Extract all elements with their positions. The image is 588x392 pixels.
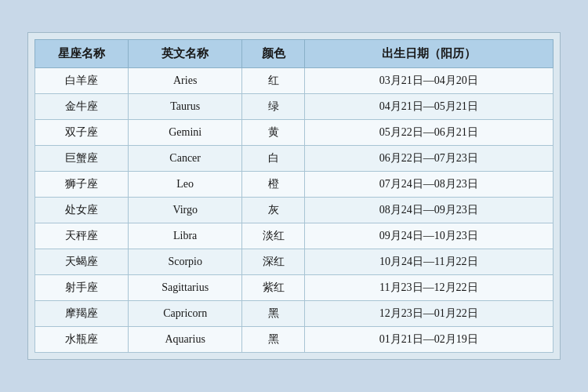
cell-date: 06月22日—07月23日	[304, 146, 553, 172]
table-row: 白羊座Aries红03月21日—04月20日	[35, 68, 554, 94]
cell-en: Libra	[128, 223, 241, 249]
cell-date: 07月24日—08月23日	[304, 172, 553, 198]
cell-en: Aries	[128, 68, 241, 94]
cell-zh: 双子座	[35, 120, 129, 146]
cell-date: 10月24日—11月22日	[304, 249, 553, 275]
table-row: 处女座Virgo灰08月24日—09月23日	[35, 198, 554, 223]
table-row: 狮子座Leo橙07月24日—08月23日	[35, 172, 554, 198]
header-en-name: 英文名称	[128, 40, 241, 68]
table-row: 金牛座Taurus绿04月21日—05月21日	[35, 94, 554, 120]
cell-date: 05月22日—06月21日	[304, 120, 553, 146]
cell-color: 紫红	[242, 275, 304, 301]
cell-zh: 处女座	[35, 198, 129, 223]
cell-en: Capricorn	[128, 301, 241, 327]
cell-color: 淡红	[242, 223, 304, 249]
cell-color: 黑	[242, 301, 304, 327]
cell-zh: 天蝎座	[35, 249, 129, 275]
header-zh-name: 星座名称	[35, 40, 129, 68]
cell-en: Virgo	[128, 198, 241, 223]
cell-en: Gemini	[128, 120, 241, 146]
cell-date: 11月23日—12月22日	[304, 275, 553, 301]
cell-en: Sagittarius	[128, 275, 241, 301]
cell-zh: 狮子座	[35, 172, 129, 198]
table-row: 水瓶座Aquarius黑01月21日—02月19日	[35, 327, 554, 353]
cell-zh: 摩羯座	[35, 301, 129, 327]
table-row: 摩羯座Capricorn黑12月23日—01月22日	[35, 301, 554, 327]
cell-zh: 射手座	[35, 275, 129, 301]
cell-color: 深红	[242, 249, 304, 275]
zodiac-table: 星座名称 英文名称 颜色 出生日期（阳历） 白羊座Aries红03月21日—04…	[34, 39, 554, 353]
table-row: 射手座Sagittarius紫红11月23日—12月22日	[35, 275, 554, 301]
table-header-row: 星座名称 英文名称 颜色 出生日期（阳历）	[35, 40, 554, 68]
cell-date: 01月21日—02月19日	[304, 327, 553, 353]
header-color: 颜色	[242, 40, 304, 68]
cell-color: 绿	[242, 94, 304, 120]
cell-zh: 巨蟹座	[35, 146, 129, 172]
cell-date: 08月24日—09月23日	[304, 198, 553, 223]
cell-color: 黄	[242, 120, 304, 146]
table-row: 天秤座Libra淡红09月24日—10月23日	[35, 223, 554, 249]
cell-color: 橙	[242, 172, 304, 198]
cell-zh: 金牛座	[35, 94, 129, 120]
cell-zh: 天秤座	[35, 223, 129, 249]
table-row: 巨蟹座Cancer白06月22日—07月23日	[35, 146, 554, 172]
table-row: 双子座Gemini黄05月22日—06月21日	[35, 120, 554, 146]
cell-date: 09月24日—10月23日	[304, 223, 553, 249]
cell-en: Leo	[128, 172, 241, 198]
header-date: 出生日期（阳历）	[304, 40, 553, 68]
zodiac-table-container: 星座名称 英文名称 颜色 出生日期（阳历） 白羊座Aries红03月21日—04…	[27, 32, 561, 360]
cell-en: Aquarius	[128, 327, 241, 353]
cell-zh: 水瓶座	[35, 327, 129, 353]
cell-en: Scorpio	[128, 249, 241, 275]
cell-date: 03月21日—04月20日	[304, 68, 553, 94]
cell-color: 灰	[242, 198, 304, 223]
cell-color: 红	[242, 68, 304, 94]
cell-en: Taurus	[128, 94, 241, 120]
cell-date: 12月23日—01月22日	[304, 301, 553, 327]
cell-color: 白	[242, 146, 304, 172]
cell-date: 04月21日—05月21日	[304, 94, 553, 120]
cell-zh: 白羊座	[35, 68, 129, 94]
cell-en: Cancer	[128, 146, 241, 172]
cell-color: 黑	[242, 327, 304, 353]
table-row: 天蝎座Scorpio深红10月24日—11月22日	[35, 249, 554, 275]
